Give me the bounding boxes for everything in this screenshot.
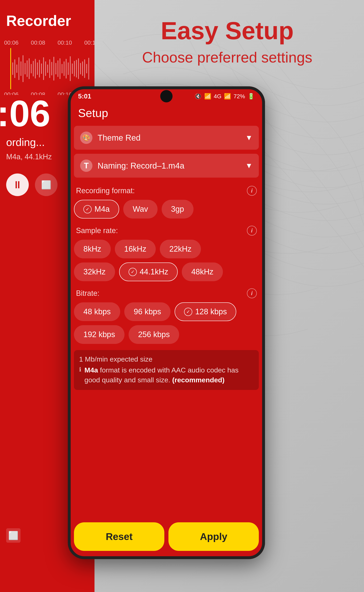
phone-mockup: 5:01 🔇 📶 4G 📶 72% 🔋 Setup 🎨 Theme Red ▼ xyxy=(68,86,265,559)
info-box-size: 1 Mb/min expected size xyxy=(79,355,254,363)
naming-label: Naming: Record–1.m4a xyxy=(98,161,245,171)
square-icon: ⬜ xyxy=(8,531,19,540)
theme-icon: 🎨 xyxy=(80,132,92,144)
chip-96kbps[interactable]: 96 kbps xyxy=(124,302,170,321)
sample-rate-info-icon[interactable]: i xyxy=(247,226,257,236)
chip-256kbps[interactable]: 256 kbps xyxy=(129,325,179,344)
playhead-line xyxy=(10,48,11,89)
chip-wav-label: Wav xyxy=(133,205,148,214)
sample-rate-section-label: Sample rate: xyxy=(76,226,118,235)
pause-icon: ⏸ xyxy=(12,179,23,191)
chip-96kbps-label: 96 kbps xyxy=(134,307,161,316)
chip-48khz-label: 48kHz xyxy=(191,267,214,276)
wifi-icon: 4G xyxy=(214,93,221,100)
chip-wav[interactable]: Wav xyxy=(123,200,157,218)
chip-48kbps[interactable]: 48 kbps xyxy=(74,302,120,321)
chip-m4a[interactable]: ✓ M4a xyxy=(74,200,119,218)
chip-16khz[interactable]: 16kHz xyxy=(115,240,156,258)
mute-icon: 🔇 xyxy=(195,93,202,100)
settings-content: 🎨 Theme Red ▼ T Naming: Record–1.m4a ▼ R… xyxy=(68,126,265,390)
phone-camera xyxy=(160,90,173,102)
bitrate-section-label: Bitrate: xyxy=(76,289,99,298)
chip-44khz-check-icon: ✓ xyxy=(129,268,137,276)
info-box-row: ℹ M4a format is encoded with AAC audio c… xyxy=(79,365,254,385)
theme-arrow-icon: ▼ xyxy=(245,133,253,142)
chip-22khz-label: 22kHz xyxy=(169,245,191,253)
home-nav-icon[interactable]: ⬜ xyxy=(6,528,20,543)
chip-44khz-label: 44.1kHz xyxy=(140,267,168,276)
bitrate-chips: 48 kbps 96 kbps ✓ 128 kbps xyxy=(74,301,259,324)
bitrate-section: Bitrate: i xyxy=(74,284,259,301)
info-box-icon: ℹ xyxy=(79,366,81,373)
battery-icon: 🔋 xyxy=(247,93,255,100)
status-icons: 🔇 📶 4G 📶 72% 🔋 xyxy=(195,93,255,100)
waveform-area: 00:06 00:08 00:10 00:12 xyxy=(0,37,95,95)
chip-32khz-label: 32kHz xyxy=(83,267,106,276)
status-time: 5:01 xyxy=(78,92,91,100)
recording-format-section: Recording format: i xyxy=(74,182,259,199)
chip-128kbps[interactable]: ✓ 128 kbps xyxy=(175,302,236,321)
recording-format-section-label: Recording format: xyxy=(76,186,135,195)
recording-format-info-icon[interactable]: i xyxy=(247,186,257,196)
timeline-top: 00:06 00:08 00:10 00:12 xyxy=(0,37,95,48)
screen-header: Setup xyxy=(68,102,265,126)
screen-title: Setup xyxy=(78,106,255,120)
recording-format-chips: ✓ M4a Wav 3gp xyxy=(74,199,259,222)
naming-arrow-icon: ▼ xyxy=(245,161,253,170)
chip-256kbps-label: 256 kbps xyxy=(138,330,170,339)
stop-button[interactable]: ⬜ xyxy=(35,173,58,196)
chip-192kbps[interactable]: 192 kbps xyxy=(74,325,124,344)
chip-128kbps-label: 128 kbps xyxy=(195,307,227,316)
easy-setup-title: Easy Setup xyxy=(103,16,352,45)
signal-icon: 📶 xyxy=(204,93,211,100)
chip-32khz[interactable]: 32kHz xyxy=(74,263,115,281)
naming-dropdown[interactable]: T Naming: Record–1.m4a ▼ xyxy=(74,154,259,178)
chip-44khz[interactable]: ✓ 44.1kHz xyxy=(119,263,178,281)
reset-button[interactable]: Reset xyxy=(74,522,164,551)
chip-3gp[interactable]: 3gp xyxy=(162,200,194,218)
bitrate-info-icon[interactable]: i xyxy=(247,288,257,298)
chip-192kbps-label: 192 kbps xyxy=(83,330,115,339)
info-box: 1 Mb/min expected size ℹ M4a format is e… xyxy=(74,350,259,390)
chip-48khz[interactable]: 48kHz xyxy=(182,263,223,281)
chip-m4a-label: M4a xyxy=(95,205,110,214)
bottom-buttons: Reset Apply xyxy=(68,518,265,559)
chip-8khz[interactable]: 8kHz xyxy=(74,240,111,258)
apply-button[interactable]: Apply xyxy=(169,522,259,551)
recorder-title: Recorder xyxy=(0,0,95,29)
info-box-description: M4a format is encoded with AAC audio cod… xyxy=(84,365,254,385)
chip-22khz[interactable]: 22kHz xyxy=(160,240,201,258)
chip-128kbps-check-icon: ✓ xyxy=(184,308,192,316)
theme-label: Theme Red xyxy=(98,133,245,142)
battery-text: 72% xyxy=(234,93,245,100)
chip-16khz-label: 16kHz xyxy=(124,245,146,253)
easy-setup-header: Easy Setup Choose preferred settings xyxy=(82,0,364,74)
naming-icon: T xyxy=(80,159,92,172)
sample-rate-section: Sample rate: i xyxy=(74,222,259,239)
chip-48kbps-label: 48 kbps xyxy=(83,307,111,316)
bitrate-chips-row2: 192 kbps 256 kbps xyxy=(74,324,259,347)
stop-icon: ⬜ xyxy=(41,180,51,190)
sample-rate-chips: 8kHz 16kHz 22kHz xyxy=(74,239,259,262)
chip-3gp-label: 3gp xyxy=(171,205,184,214)
pause-button[interactable]: ⏸ xyxy=(6,173,29,196)
chip-8khz-label: 8kHz xyxy=(83,245,101,253)
theme-dropdown[interactable]: 🎨 Theme Red ▼ xyxy=(74,126,259,150)
sample-rate-chips-row2: 32kHz ✓ 44.1kHz 48kHz xyxy=(74,262,259,284)
phone-screen: 5:01 🔇 📶 4G 📶 72% 🔋 Setup 🎨 Theme Red ▼ xyxy=(68,86,265,559)
info-box-recommended: (recommended) xyxy=(172,376,225,384)
signal2-icon: 📶 xyxy=(224,93,231,100)
easy-setup-subtitle: Choose preferred settings xyxy=(103,49,352,66)
waveform-bars xyxy=(4,48,90,89)
info-box-format-bold: M4a xyxy=(84,366,98,374)
chip-m4a-check-icon: ✓ xyxy=(83,205,92,213)
